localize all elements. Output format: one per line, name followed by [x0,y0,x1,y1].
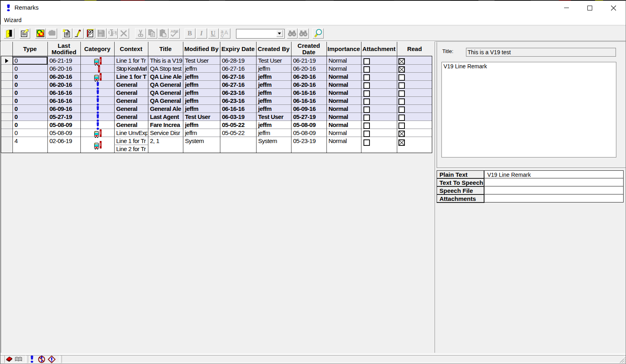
svg-text:B: B [187,29,192,37]
svg-text:A: A [224,29,228,36]
svg-text:I: I [200,29,203,37]
svg-text:Q: Q [221,33,224,38]
svg-text:U: U [211,29,216,37]
